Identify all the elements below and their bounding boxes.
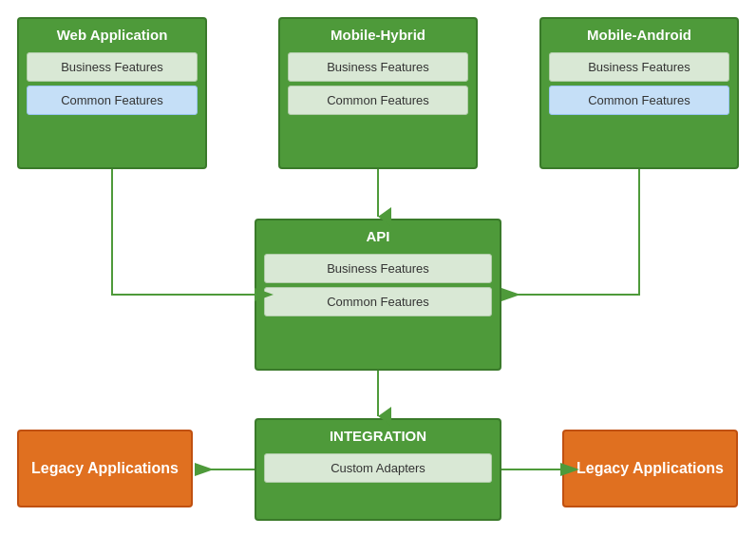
- api-box: API Business Features Common Features: [255, 219, 501, 371]
- android-common-features: Common Features: [549, 86, 729, 115]
- api-business-features: Business Features: [264, 254, 492, 283]
- api-title: API: [256, 220, 500, 250]
- custom-adapters: Custom Adapters: [264, 453, 492, 483]
- web-application-box: Web Application Business Features Common…: [17, 17, 207, 169]
- hybrid-business-features: Business Features: [288, 52, 468, 82]
- android-business-features: Business Features: [549, 52, 729, 82]
- legacy-right-label: Legacy Applications: [576, 460, 724, 477]
- hybrid-common-features: Common Features: [288, 86, 468, 115]
- web-business-features: Business Features: [27, 52, 198, 82]
- arrow-web-to-api: [112, 169, 255, 295]
- integration-title: INTEGRATION: [256, 420, 500, 450]
- mobile-hybrid-box: Mobile-Hybrid Business Features Common F…: [278, 17, 478, 169]
- integration-box: INTEGRATION Custom Adapters: [255, 418, 501, 521]
- mobile-android-title: Mobile-Android: [541, 19, 737, 48]
- mobile-hybrid-title: Mobile-Hybrid: [280, 19, 476, 48]
- legacy-left-label: Legacy Applications: [31, 460, 179, 477]
- legacy-right-box: Legacy Applications: [562, 430, 738, 507]
- web-common-features: Common Features: [27, 86, 198, 115]
- mobile-android-box: Mobile-Android Business Features Common …: [539, 17, 739, 169]
- web-application-title: Web Application: [19, 19, 205, 48]
- arrow-android-to-api: [501, 169, 639, 295]
- legacy-left-box: Legacy Applications: [17, 430, 193, 507]
- api-common-features: Common Features: [264, 287, 492, 316]
- diagram: Web Application Business Features Common…: [0, 0, 756, 536]
